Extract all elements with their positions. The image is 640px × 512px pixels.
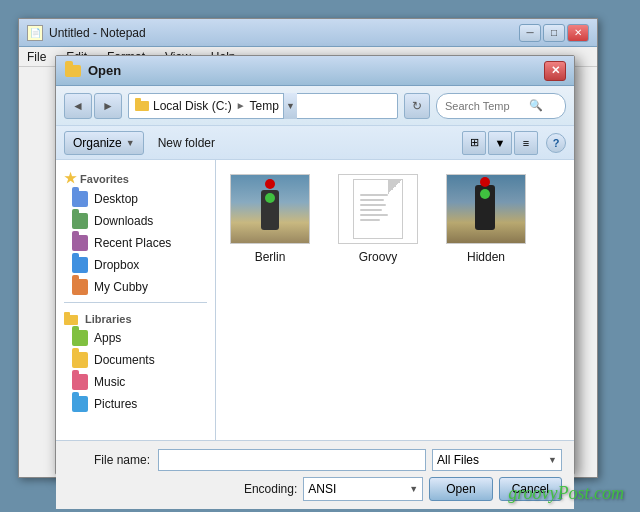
pictures-icon [72,396,88,412]
dialog-title: Open [88,63,544,78]
new-folder-button[interactable]: New folder [152,131,221,155]
recent-places-label: Recent Places [94,236,171,250]
documents-label: Documents [94,353,155,367]
doc-line-4 [360,209,382,211]
nav-divider [64,302,207,303]
notepad-icon: 📄 [27,25,43,41]
hidden-thumbnail [446,174,526,244]
cubby-icon [72,279,88,295]
dialog-content: ★ Favorites Desktop Downloads Recent Pla… [56,160,574,440]
path-folder-icon [135,101,149,111]
dialog-bottom: File name: All Files ▼ Encoding: ANSI ▼ … [56,440,574,509]
file-item-groovy[interactable]: Groovy [334,170,422,268]
address-bar[interactable]: Local Disk (C:) ► Temp ▼ [128,93,398,119]
search-bar[interactable]: 🔍 [436,93,566,119]
favorites-label: Favorites [80,173,129,185]
doc-line-5 [360,214,388,216]
favorites-star-icon: ★ [64,170,77,186]
groovy-thumbnail [338,174,418,244]
documents-icon [72,352,88,368]
desktop-icon [72,191,88,207]
downloads-icon [72,213,88,229]
path-separator: ► [236,100,246,111]
nav-item-pictures[interactable]: Pictures [56,393,215,415]
nav-item-desktop[interactable]: Desktop [56,188,215,210]
nav-item-my-cubby[interactable]: My Cubby [56,276,215,298]
back-button[interactable]: ◄ [64,93,92,119]
dropbox-label: Dropbox [94,258,139,272]
menu-file[interactable]: File [23,48,50,66]
music-label: Music [94,375,125,389]
pictures-label: Pictures [94,397,137,411]
apps-icon [72,330,88,346]
nav-item-downloads[interactable]: Downloads [56,210,215,232]
notepad-maximize-button[interactable]: □ [543,24,565,42]
notepad-close-button[interactable]: ✕ [567,24,589,42]
recent-places-icon [72,235,88,251]
watermark-text: groovyPost.com [508,483,624,503]
berlin-image [231,175,309,243]
doc-line-6 [360,219,380,221]
nav-item-documents[interactable]: Documents [56,349,215,371]
groovy-doc-icon [353,179,403,239]
favorites-section-label: ★ Favorites [56,164,215,188]
cubby-label: My Cubby [94,280,148,294]
help-button[interactable]: ? [546,133,566,153]
doc-lines [354,180,402,230]
file-item-hidden[interactable]: Hidden [442,170,530,268]
search-input[interactable] [445,100,525,112]
view-list-button[interactable]: ▼ [488,131,512,155]
doc-line-3 [360,204,386,206]
filetype-dropdown-icon: ▼ [548,455,557,465]
nav-item-recent-places[interactable]: Recent Places [56,232,215,254]
forward-button[interactable]: ► [94,93,122,119]
navigation-buttons: ◄ ► [64,93,122,119]
right-file-panel: Berlin [216,160,574,440]
encoding-select[interactable]: ANSI ▼ [303,477,423,501]
dialog-close-button[interactable]: ✕ [544,61,566,81]
secondary-toolbar: Organize ▼ New folder ⊞ ▼ ≡ ? [56,126,574,160]
organize-label: Organize [73,136,122,150]
dialog-titlebar: Open ✕ [56,56,574,86]
music-icon [72,374,88,390]
encoding-dropdown-icon: ▼ [409,484,418,494]
nav-item-music[interactable]: Music [56,371,215,393]
filename-input[interactable] [158,449,426,471]
notepad-titlebar: 📄 Untitled - Notepad ─ □ ✕ [19,19,597,47]
hidden-label: Hidden [467,250,505,264]
libraries-section-label: Libraries [56,307,215,327]
open-button[interactable]: Open [429,477,492,501]
view-icon-button[interactable]: ⊞ [462,131,486,155]
address-toolbar: ◄ ► Local Disk (C:) ► Temp ▼ ↻ 🔍 [56,86,574,126]
groovy-image [339,175,417,243]
encoding-value: ANSI [308,482,336,496]
groovy-label: Groovy [359,250,398,264]
watermark-accent: Post [557,483,589,503]
folder-icon [65,65,81,77]
left-nav-panel: ★ Favorites Desktop Downloads Recent Pla… [56,160,216,440]
notepad-minimize-button[interactable]: ─ [519,24,541,42]
nav-item-dropbox[interactable]: Dropbox [56,254,215,276]
search-icon: 🔍 [529,99,543,112]
filetype-select[interactable]: All Files ▼ [432,449,562,471]
filename-row: File name: All Files ▼ [68,449,562,471]
libraries-label: Libraries [85,313,131,325]
notepad-title: Untitled - Notepad [49,26,519,40]
downloads-label: Downloads [94,214,153,228]
dialog-folder-icon [64,62,82,80]
encoding-row: Encoding: ANSI ▼ Open Cancel [68,477,562,501]
nav-item-apps[interactable]: Apps [56,327,215,349]
view-details-button[interactable]: ≡ [514,131,538,155]
dropbox-icon [72,257,88,273]
file-item-berlin[interactable]: Berlin [226,170,314,268]
organize-button[interactable]: Organize ▼ [64,131,144,155]
encoding-label: Encoding: [244,482,297,496]
view-buttons: ⊞ ▼ ≡ [462,131,538,155]
organize-dropdown-icon: ▼ [126,138,135,148]
doc-line-2 [360,199,384,201]
notepad-window-controls: ─ □ ✕ [519,24,589,42]
refresh-button[interactable]: ↻ [404,93,430,119]
doc-line-1 [360,194,388,196]
open-dialog: Open ✕ ◄ ► Local Disk (C:) ► Temp ▼ ↻ 🔍 … [55,55,575,475]
path-dropdown-arrow[interactable]: ▼ [283,93,297,119]
